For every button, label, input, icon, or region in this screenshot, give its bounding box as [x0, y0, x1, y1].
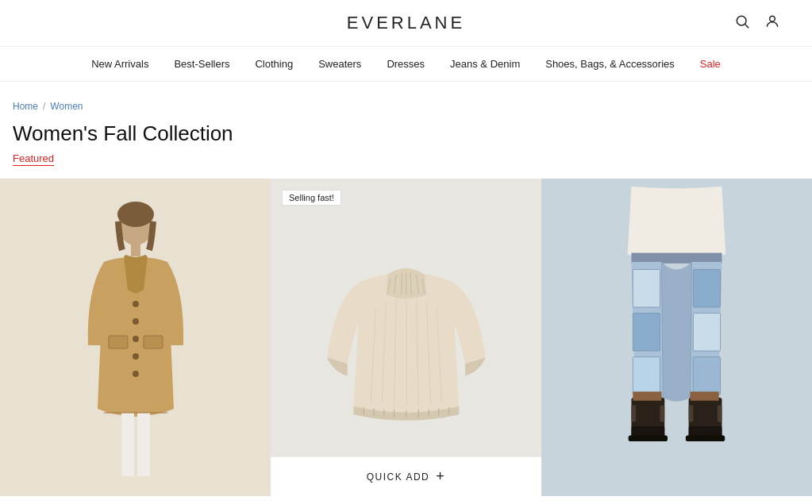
product-card-coat[interactable] — [0, 179, 271, 496]
breadcrumb-current[interactable]: Women — [50, 101, 83, 112]
site-header: EVERLANE — [0, 0, 812, 47]
svg-rect-60 — [686, 436, 725, 442]
svg-rect-12 — [144, 336, 163, 348]
svg-rect-42 — [633, 314, 660, 352]
svg-rect-14 — [137, 413, 150, 476]
svg-rect-41 — [633, 270, 660, 308]
svg-point-9 — [133, 353, 139, 360]
svg-rect-43 — [633, 357, 660, 395]
svg-point-0 — [737, 16, 746, 25]
svg-point-10 — [133, 371, 139, 377]
svg-rect-46 — [693, 357, 720, 395]
header-icons — [734, 13, 780, 33]
svg-point-8 — [133, 336, 139, 342]
product-card-jeans[interactable] — [541, 179, 812, 496]
svg-rect-11 — [109, 336, 128, 348]
coat-image — [0, 179, 271, 496]
svg-rect-65 — [633, 391, 661, 400]
sweater-image — [271, 179, 541, 496]
search-icon[interactable] — [734, 13, 750, 33]
account-icon[interactable] — [764, 13, 780, 33]
nav-item-shoes-bags[interactable]: Shoes, Bags, & Accessories — [545, 58, 675, 70]
nav-item-clothing[interactable]: Clothing — [255, 58, 293, 70]
filter-badge[interactable]: Featured — [13, 152, 54, 166]
svg-rect-63 — [689, 406, 694, 422]
svg-point-6 — [133, 301, 139, 307]
nav-item-sale[interactable]: Sale — [700, 58, 721, 70]
svg-line-1 — [745, 24, 749, 28]
product-grid: Selling fast! — [0, 179, 812, 496]
svg-rect-44 — [693, 270, 720, 308]
breadcrumb-separator: / — [43, 101, 45, 112]
svg-rect-66 — [691, 391, 719, 400]
svg-rect-61 — [631, 406, 636, 422]
quick-add-button[interactable]: QUICK ADD + — [271, 456, 541, 496]
svg-point-4 — [117, 202, 154, 227]
jeans-image — [541, 179, 812, 496]
svg-rect-64 — [718, 406, 722, 422]
nav-item-new-arrivals[interactable]: New Arrivals — [91, 58, 148, 70]
page-title: Women's Fall Collection — [13, 121, 799, 146]
svg-rect-57 — [629, 436, 668, 442]
main-nav: New Arrivals Best-Sellers Clothing Sweat… — [0, 47, 812, 82]
quick-add-plus-icon: + — [436, 468, 445, 485]
site-logo: EVERLANE — [347, 13, 465, 33]
selling-fast-badge: Selling fast! — [282, 190, 341, 206]
nav-item-dresses[interactable]: Dresses — [387, 58, 425, 70]
breadcrumb: Home / Women — [0, 82, 812, 118]
svg-point-2 — [770, 16, 775, 21]
svg-rect-62 — [660, 406, 665, 422]
svg-rect-13 — [121, 413, 134, 476]
quick-add-label: QUICK ADD — [367, 471, 430, 483]
svg-point-7 — [133, 318, 139, 325]
svg-rect-45 — [693, 314, 720, 352]
nav-item-sweaters[interactable]: Sweaters — [318, 58, 361, 70]
nav-item-best-sellers[interactable]: Best-Sellers — [174, 58, 229, 70]
svg-rect-39 — [631, 253, 722, 264]
nav-item-jeans-denim[interactable]: Jeans & Denim — [450, 58, 520, 70]
page-header: Women's Fall Collection Featured — [0, 118, 812, 179]
svg-rect-5 — [131, 244, 140, 256]
breadcrumb-home[interactable]: Home — [13, 101, 38, 112]
product-card-sweater[interactable]: Selling fast! — [271, 179, 541, 496]
